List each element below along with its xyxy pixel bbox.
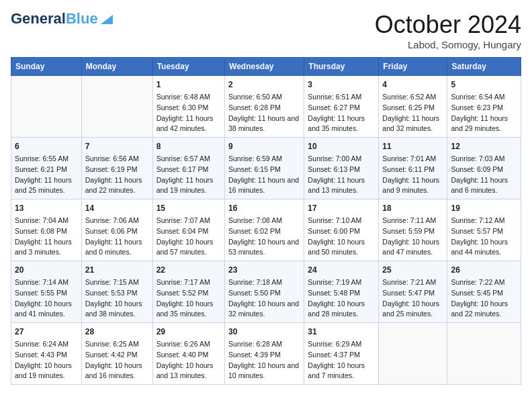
day-number: 2	[228, 79, 300, 91]
day-number: 5	[451, 79, 517, 91]
day-info: Sunrise: 6:24 AMSunset: 4:43 PMDaylight:…	[15, 339, 78, 381]
day-info: Sunrise: 6:56 AMSunset: 6:19 PMDaylight:…	[85, 154, 149, 196]
day-number: 8	[157, 140, 221, 152]
calendar-cell	[379, 323, 447, 385]
day-number: 1	[157, 79, 221, 91]
day-number: 30	[228, 326, 300, 338]
title-block: October 2024 Labod, Somogy, Hungary	[375, 11, 521, 50]
day-number: 13	[15, 202, 78, 214]
day-info: Sunrise: 7:04 AMSunset: 6:08 PMDaylight:…	[15, 216, 78, 258]
day-info: Sunrise: 7:12 AMSunset: 5:57 PMDaylight:…	[451, 216, 517, 258]
calendar-cell: 12Sunrise: 7:03 AMSunset: 6:09 PMDayligh…	[447, 138, 521, 199]
day-number: 22	[157, 264, 221, 276]
header-row: SundayMondayTuesdayWednesdayThursdayFrid…	[11, 58, 521, 76]
day-number: 6	[15, 140, 78, 152]
week-row-1: 1Sunrise: 6:48 AMSunset: 6:30 PMDaylight…	[11, 76, 521, 138]
logo: GeneralBlue	[11, 11, 113, 27]
header-col-wednesday: Wednesday	[225, 58, 304, 76]
calendar-cell: 26Sunrise: 7:22 AMSunset: 5:45 PMDayligh…	[447, 261, 521, 323]
day-info: Sunrise: 7:22 AMSunset: 5:45 PMDaylight:…	[451, 277, 517, 320]
day-info: Sunrise: 7:21 AMSunset: 5:47 PMDaylight:…	[382, 277, 443, 320]
day-number: 10	[308, 140, 375, 152]
header-col-thursday: Thursday	[304, 58, 379, 76]
day-info: Sunrise: 7:18 AMSunset: 5:50 PMDaylight:…	[228, 277, 300, 320]
day-number: 21	[85, 264, 149, 276]
header-col-tuesday: Tuesday	[152, 58, 224, 76]
day-info: Sunrise: 7:01 AMSunset: 6:11 PMDaylight:…	[382, 154, 443, 196]
day-number: 9	[228, 140, 300, 152]
day-info: Sunrise: 7:03 AMSunset: 6:09 PMDaylight:…	[451, 154, 517, 196]
calendar-cell: 20Sunrise: 7:14 AMSunset: 5:55 PMDayligh…	[11, 261, 82, 323]
day-number: 28	[85, 326, 149, 338]
calendar-cell: 15Sunrise: 7:07 AMSunset: 6:04 PMDayligh…	[152, 199, 224, 261]
calendar-cell: 4Sunrise: 6:52 AMSunset: 6:25 PMDaylight…	[379, 76, 447, 138]
calendar-cell: 5Sunrise: 6:54 AMSunset: 6:23 PMDaylight…	[447, 76, 521, 138]
day-number: 26	[451, 264, 517, 276]
day-info: Sunrise: 7:10 AMSunset: 6:00 PMDaylight:…	[308, 216, 375, 258]
calendar-cell: 27Sunrise: 6:24 AMSunset: 4:43 PMDayligh…	[11, 323, 82, 385]
day-info: Sunrise: 7:07 AMSunset: 6:04 PMDaylight:…	[157, 216, 221, 258]
day-number: 20	[15, 264, 78, 276]
calendar-cell: 13Sunrise: 7:04 AMSunset: 6:08 PMDayligh…	[11, 199, 82, 261]
calendar-cell: 18Sunrise: 7:11 AMSunset: 5:59 PMDayligh…	[379, 199, 447, 261]
calendar-header: SundayMondayTuesdayWednesdayThursdayFrid…	[11, 58, 521, 76]
week-row-4: 20Sunrise: 7:14 AMSunset: 5:55 PMDayligh…	[11, 261, 521, 323]
day-number: 24	[308, 264, 375, 276]
calendar-cell: 6Sunrise: 6:55 AMSunset: 6:21 PMDaylight…	[11, 138, 82, 199]
location: Labod, Somogy, Hungary	[375, 39, 521, 50]
logo-blue: Blue	[66, 10, 98, 27]
day-number: 17	[308, 202, 375, 214]
day-number: 18	[382, 202, 443, 214]
logo-text: GeneralBlue	[11, 11, 98, 27]
day-number: 29	[157, 326, 221, 338]
day-info: Sunrise: 7:00 AMSunset: 6:13 PMDaylight:…	[308, 154, 375, 196]
day-number: 3	[308, 79, 375, 91]
day-info: Sunrise: 7:17 AMSunset: 5:52 PMDaylight:…	[157, 277, 221, 320]
week-row-5: 27Sunrise: 6:24 AMSunset: 4:43 PMDayligh…	[11, 323, 521, 385]
day-number: 27	[15, 326, 78, 338]
day-number: 31	[308, 326, 375, 338]
calendar-cell: 11Sunrise: 7:01 AMSunset: 6:11 PMDayligh…	[379, 138, 447, 199]
calendar-cell: 17Sunrise: 7:10 AMSunset: 6:00 PMDayligh…	[304, 199, 379, 261]
day-number: 7	[85, 140, 149, 152]
day-number: 23	[228, 264, 300, 276]
calendar-cell: 30Sunrise: 6:28 AMSunset: 4:39 PMDayligh…	[225, 323, 304, 385]
day-info: Sunrise: 7:06 AMSunset: 6:06 PMDaylight:…	[85, 216, 149, 258]
day-info: Sunrise: 6:59 AMSunset: 6:15 PMDaylight:…	[228, 154, 300, 196]
calendar-cell: 9Sunrise: 6:59 AMSunset: 6:15 PMDaylight…	[225, 138, 304, 199]
calendar-cell: 7Sunrise: 6:56 AMSunset: 6:19 PMDaylight…	[81, 138, 152, 199]
calendar-cell	[81, 76, 152, 138]
calendar-cell	[447, 323, 521, 385]
calendar-cell: 23Sunrise: 7:18 AMSunset: 5:50 PMDayligh…	[225, 261, 304, 323]
header-col-monday: Monday	[81, 58, 152, 76]
calendar-cell: 25Sunrise: 7:21 AMSunset: 5:47 PMDayligh…	[379, 261, 447, 323]
calendar-table: SundayMondayTuesdayWednesdayThursdayFrid…	[11, 57, 521, 385]
day-info: Sunrise: 7:15 AMSunset: 5:53 PMDaylight:…	[85, 277, 149, 320]
day-info: Sunrise: 7:11 AMSunset: 5:59 PMDaylight:…	[382, 216, 443, 258]
day-number: 12	[451, 140, 517, 152]
calendar-cell: 19Sunrise: 7:12 AMSunset: 5:57 PMDayligh…	[447, 199, 521, 261]
month-title: October 2024	[375, 11, 521, 39]
calendar-cell: 1Sunrise: 6:48 AMSunset: 6:30 PMDaylight…	[152, 76, 224, 138]
calendar-cell: 2Sunrise: 6:50 AMSunset: 6:28 PMDaylight…	[225, 76, 304, 138]
page-header: GeneralBlue October 2024 Labod, Somogy, …	[11, 11, 521, 50]
logo-icon	[101, 12, 113, 24]
day-info: Sunrise: 6:55 AMSunset: 6:21 PMDaylight:…	[15, 154, 78, 196]
day-info: Sunrise: 6:28 AMSunset: 4:39 PMDaylight:…	[228, 339, 300, 381]
week-row-3: 13Sunrise: 7:04 AMSunset: 6:08 PMDayligh…	[11, 199, 521, 261]
calendar-cell: 22Sunrise: 7:17 AMSunset: 5:52 PMDayligh…	[152, 261, 224, 323]
day-info: Sunrise: 6:51 AMSunset: 6:27 PMDaylight:…	[308, 92, 375, 134]
calendar-body: 1Sunrise: 6:48 AMSunset: 6:30 PMDaylight…	[11, 76, 521, 385]
day-number: 16	[228, 202, 300, 214]
day-info: Sunrise: 6:29 AMSunset: 4:37 PMDaylight:…	[308, 339, 375, 381]
day-info: Sunrise: 6:26 AMSunset: 4:40 PMDaylight:…	[157, 339, 221, 381]
week-row-2: 6Sunrise: 6:55 AMSunset: 6:21 PMDaylight…	[11, 138, 521, 199]
day-info: Sunrise: 6:57 AMSunset: 6:17 PMDaylight:…	[157, 154, 221, 196]
day-info: Sunrise: 6:50 AMSunset: 6:28 PMDaylight:…	[228, 92, 300, 134]
calendar-cell: 3Sunrise: 6:51 AMSunset: 6:27 PMDaylight…	[304, 76, 379, 138]
calendar-cell: 29Sunrise: 6:26 AMSunset: 4:40 PMDayligh…	[152, 323, 224, 385]
day-number: 19	[451, 202, 517, 214]
day-info: Sunrise: 7:19 AMSunset: 5:48 PMDaylight:…	[308, 277, 375, 320]
calendar-cell	[11, 76, 82, 138]
calendar-cell: 24Sunrise: 7:19 AMSunset: 5:48 PMDayligh…	[304, 261, 379, 323]
